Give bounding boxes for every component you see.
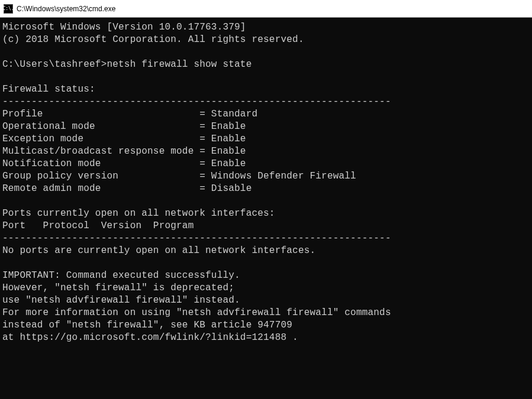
row-profile: Profile = Standard (2, 109, 257, 119)
console-output[interactable]: Microsoft Windows [Version 10.0.17763.37… (0, 18, 532, 348)
important-3: use "netsh advfirewall firewall" instead… (2, 295, 240, 306)
prompt-line: C:\Users\tashreef>netsh firewall show st… (2, 59, 252, 70)
important-5: instead of "netsh firewall", see KB arti… (2, 320, 292, 330)
important-6: at https://go.microsoft.com/fwlink/?link… (2, 332, 298, 343)
ports-header: Ports currently open on all network inte… (2, 208, 275, 219)
important-2: However, "netsh firewall" is deprecated; (2, 283, 234, 293)
cmd-icon: C:\. (4, 4, 13, 14)
row-notification: Notification mode = Enable (2, 158, 246, 169)
line-copyright: (c) 2018 Microsoft Corporation. All righ… (2, 34, 304, 45)
important-1: IMPORTANT: Command executed successfully… (2, 270, 240, 281)
divider: ----------------------------------------… (2, 233, 391, 244)
ports-columns: Port Protocol Version Program (2, 220, 194, 231)
line-version: Microsoft Windows [Version 10.0.17763.37… (2, 22, 246, 33)
titlebar[interactable]: C:\. C:\Windows\system32\cmd.exe (0, 0, 532, 18)
row-remoteadmin: Remote admin mode = Disable (2, 183, 252, 194)
titlebar-path: C:\Windows\system32\cmd.exe (17, 5, 115, 13)
row-exception: Exception mode = Enable (2, 134, 246, 144)
status-header: Firewall status: (2, 84, 95, 95)
no-ports: No ports are currently open on all netwo… (2, 245, 315, 256)
important-4: For more information on using "netsh adv… (2, 307, 391, 318)
divider: ----------------------------------------… (2, 96, 391, 107)
row-gpolicy: Group policy version = Windows Defender … (2, 171, 356, 181)
row-multicast: Multicast/broadcast response mode = Enab… (2, 146, 246, 157)
row-opmode: Operational mode = Enable (2, 121, 246, 132)
